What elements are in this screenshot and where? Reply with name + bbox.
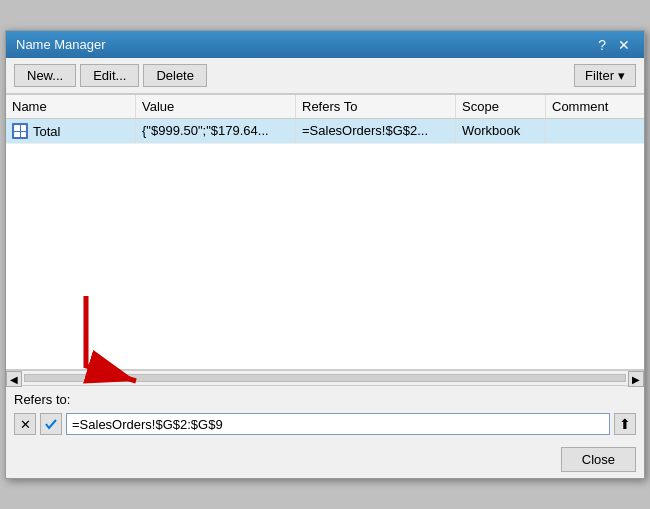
edit-button[interactable]: Edit...	[80, 64, 139, 87]
cell-refers-to: =SalesOrders!$G$2...	[296, 119, 456, 143]
new-button[interactable]: New...	[14, 64, 76, 87]
delete-button[interactable]: Delete	[143, 64, 207, 87]
svg-rect-3	[14, 132, 20, 137]
dialog-close-button[interactable]: ✕	[614, 38, 634, 52]
col-header-scope: Scope	[456, 95, 546, 118]
title-bar-controls: ? ✕	[594, 38, 634, 52]
table-header: Name Value Refers To Scope Comment	[6, 95, 644, 119]
toolbar: New... Edit... Delete Filter ▾	[6, 58, 644, 94]
col-header-name: Name	[6, 95, 136, 118]
cell-comment	[546, 119, 644, 143]
close-button[interactable]: Close	[561, 447, 636, 472]
confirm-icon-button[interactable]	[40, 413, 62, 435]
refers-to-input[interactable]	[66, 413, 610, 435]
horizontal-scrollbar[interactable]: ◀ ▶	[6, 370, 644, 386]
refers-to-label: Refers to:	[14, 392, 70, 407]
refers-input-row: ✕ ⬆	[6, 413, 644, 441]
cancel-icon-button[interactable]: ✕	[14, 413, 36, 435]
svg-rect-2	[21, 125, 26, 131]
svg-rect-4	[21, 132, 26, 137]
col-header-refers-to: Refers To	[296, 95, 456, 118]
collapse-button[interactable]: ⬆	[614, 413, 636, 435]
col-header-comment: Comment	[546, 95, 644, 118]
cell-name: Total	[6, 119, 136, 143]
cell-scope: Workbook	[456, 119, 546, 143]
title-bar: Name Manager ? ✕	[6, 31, 644, 58]
refers-to-section: Refers to:	[6, 386, 644, 413]
col-header-value: Value	[136, 95, 296, 118]
dialog-title: Name Manager	[16, 37, 106, 52]
names-table: Name Value Refers To Scope Comment	[6, 94, 644, 370]
svg-rect-1	[14, 125, 20, 131]
table-row[interactable]: Total {"$999.50";"$179.64... =SalesOrder…	[6, 119, 644, 144]
empty-table-area	[6, 144, 644, 364]
scroll-right-button[interactable]: ▶	[628, 371, 644, 387]
scroll-left-button[interactable]: ◀	[6, 371, 22, 387]
help-button[interactable]: ?	[594, 38, 610, 52]
filter-button[interactable]: Filter ▾	[574, 64, 636, 87]
name-icon	[12, 123, 28, 139]
filter-dropdown-icon: ▾	[618, 68, 625, 83]
cell-value: {"$999.50";"$179.64...	[136, 119, 296, 143]
scroll-track	[24, 374, 626, 382]
checkmark-icon	[44, 417, 58, 431]
table-body: Total {"$999.50";"$179.64... =SalesOrder…	[6, 119, 644, 369]
footer: Close	[6, 441, 644, 478]
